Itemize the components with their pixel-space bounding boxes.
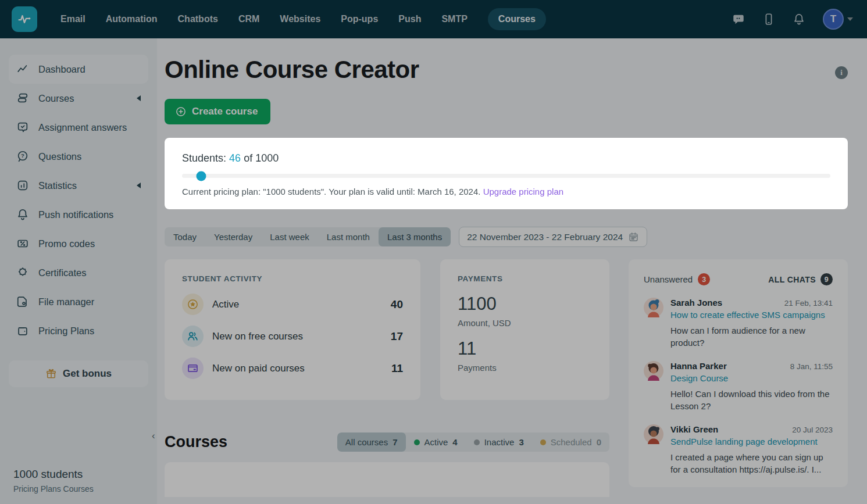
main-nav: Email Automation Chatbots CRM Websites P…	[60, 8, 546, 30]
chevron-down-icon	[847, 17, 853, 21]
payments-count: 11	[458, 338, 592, 359]
account-menu[interactable]: T	[823, 9, 853, 30]
tab-count: 0	[597, 437, 601, 447]
tab-last-month[interactable]: Last month	[318, 227, 379, 246]
sidebar-item-file-manager[interactable]: File manager	[9, 287, 148, 316]
chat-message-preview: I created a page where you can sign up f…	[670, 451, 833, 476]
unanswered-label: Unanswered	[644, 274, 693, 284]
nav-item-push[interactable]: Push	[398, 14, 421, 24]
promo-ticket-icon	[16, 237, 29, 250]
chat-message-preview: How can I form audience for a new produc…	[670, 324, 833, 349]
sidebar-item-courses[interactable]: Courses	[9, 84, 148, 113]
tab-last-week[interactable]: Last week	[261, 227, 318, 246]
activity-value: 11	[391, 362, 403, 375]
chat-item[interactable]: Vikki Green 20 Jul 2023 SendPulse landin…	[644, 424, 833, 476]
payments-amount: 1100	[458, 294, 592, 314]
date-range-picker[interactable]: 22 November 2023 - 22 February 2024	[459, 227, 647, 247]
sidebar-item-label: Assignment answers	[38, 121, 141, 134]
date-range-value: 22 November 2023 - 22 February 2024	[467, 232, 623, 242]
tab-today[interactable]: Today	[165, 227, 205, 246]
tab-count: 7	[393, 437, 397, 447]
students-label: Students:	[182, 152, 226, 164]
notifications-bell-icon[interactable]	[793, 13, 805, 26]
page-title: Online Course Creator	[165, 56, 419, 84]
chat-topic-link[interactable]: Design Course	[670, 373, 833, 383]
chat-item[interactable]: Sarah Jones 21 Feb, 13:41 How to create …	[644, 298, 833, 349]
sidebar-item-push-notifications[interactable]: Push notifications	[9, 200, 148, 229]
nav-item-websites[interactable]: Websites	[280, 14, 320, 24]
payments-title: PAYMENTS	[458, 274, 592, 283]
calendar-icon	[628, 231, 639, 242]
tab-count: 4	[452, 437, 457, 447]
date-filter-row: Today Yesterday Last week Last month Las…	[165, 227, 848, 247]
tab-scheduled-courses[interactable]: Scheduled 0	[532, 432, 609, 452]
tab-label: Inactive	[484, 437, 515, 447]
nav-item-popups[interactable]: Pop-ups	[341, 14, 378, 24]
nav-item-automation[interactable]: Automation	[106, 14, 158, 24]
push-bell-icon	[16, 208, 29, 221]
sidebar-item-label: File manager	[38, 296, 141, 308]
create-course-button[interactable]: Create course	[165, 99, 270, 124]
sendpulse-logo[interactable]	[12, 6, 37, 32]
sidebar-item-label: Dashboard	[38, 63, 141, 76]
tab-yesterday[interactable]: Yesterday	[205, 227, 261, 246]
sidebar-item-certificates[interactable]: Certificates	[9, 258, 148, 287]
chat-sender-name: Sarah Jones	[670, 298, 722, 308]
activity-label: Active	[212, 299, 239, 310]
students-count-line: Students: 46 of 1000	[182, 152, 830, 165]
sidebar-item-label: Questions	[38, 151, 141, 163]
payments-count-label: Payments	[458, 363, 592, 373]
courses-section-header: ‹ Courses All courses 7 Active 4	[165, 432, 609, 452]
courses-section-title: Courses	[165, 433, 227, 451]
gift-icon	[45, 368, 57, 380]
mobile-app-icon[interactable]	[762, 13, 775, 26]
sidebar-plan-info: 1000 students Pricing Plans Courses	[9, 468, 148, 494]
nav-item-smtp[interactable]: SMTP	[441, 14, 467, 24]
pricing-plan-line: Current pricing plan: "1000 students". Y…	[182, 187, 830, 196]
sidebar-item-questions[interactable]: ? Questions	[9, 142, 148, 171]
get-bonus-button[interactable]: Get bonus	[9, 360, 148, 387]
pulse-icon	[16, 11, 33, 27]
chats-panel: Unanswered 3 ALL CHATS 9	[629, 259, 848, 487]
plan-subtitle[interactable]: Pricing Plans Courses	[13, 484, 144, 494]
chat-topic-link[interactable]: How to create effective SMS campaigns	[670, 310, 833, 320]
submenu-collapse-icon	[137, 183, 141, 188]
sidebar-item-label: Courses	[38, 92, 127, 105]
chat-topic-link[interactable]: SendPulse landing page development	[670, 437, 833, 446]
submenu-collapse-icon	[137, 95, 141, 101]
sidebar-item-dashboard[interactable]: Dashboard	[9, 55, 148, 84]
main-content: Online Course Creator i Create course St…	[157, 38, 867, 504]
plus-circle-icon	[175, 106, 187, 117]
unanswered-chats[interactable]: Unanswered 3	[644, 273, 710, 285]
chat-item[interactable]: Hanna Parker 8 Jan, 11:55 Design Course …	[644, 361, 833, 412]
tab-inactive-courses[interactable]: Inactive 3	[466, 432, 532, 452]
question-bubble-icon: ?	[16, 150, 29, 163]
tab-last-3-months[interactable]: Last 3 months	[379, 227, 451, 246]
collapse-sidebar-chevron-icon[interactable]: ‹	[152, 430, 155, 442]
tab-active-courses[interactable]: Active 4	[406, 432, 466, 452]
date-range-tabs: Today Yesterday Last week Last month Las…	[165, 227, 451, 246]
nav-item-crm[interactable]: CRM	[238, 14, 259, 24]
tab-all-courses[interactable]: All courses 7	[337, 432, 406, 452]
sidebar-item-statistics[interactable]: Statistics	[9, 171, 148, 200]
activity-value: 17	[391, 330, 403, 343]
scheduled-status-dot	[540, 439, 546, 445]
upgrade-pricing-plan-link[interactable]: Upgrade pricing plan	[483, 187, 563, 196]
activity-label: New on paid courses	[212, 363, 305, 374]
assignment-check-icon	[16, 121, 29, 134]
create-course-label: Create course	[192, 106, 258, 117]
all-chats-link[interactable]: ALL CHATS 9	[768, 273, 833, 285]
sidebar-item-promo-codes[interactable]: Promo codes	[9, 229, 148, 258]
chat-bubble-icon[interactable]	[732, 13, 745, 26]
chat-timestamp: 21 Feb, 13:41	[784, 299, 833, 308]
nav-item-email[interactable]: Email	[60, 14, 85, 24]
avatar[interactable]: T	[823, 9, 844, 30]
student-activity-title: STUDENT ACTIVITY	[182, 274, 403, 283]
nav-item-chatbots[interactable]: Chatbots	[178, 14, 218, 24]
sidebar-item-pricing-plans[interactable]: Pricing Plans	[9, 316, 148, 345]
sidebar-item-assignment-answers[interactable]: Assignment answers	[9, 113, 148, 142]
nav-item-courses-active[interactable]: Courses	[488, 8, 546, 30]
tab-label: Active	[424, 437, 448, 447]
info-icon[interactable]: i	[835, 66, 848, 79]
navbar-right-controls: T	[732, 9, 853, 30]
